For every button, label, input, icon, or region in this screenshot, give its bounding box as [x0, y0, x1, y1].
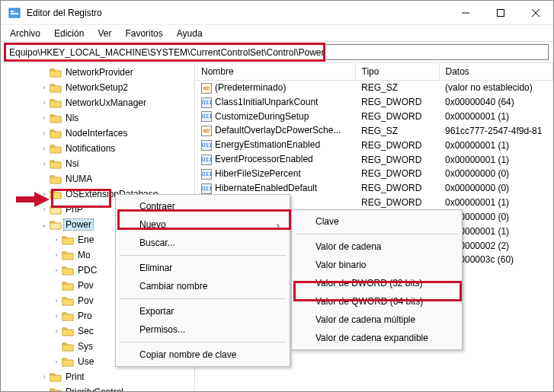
- tree-node[interactable]: ›NetworkUxManager: [1, 95, 194, 110]
- tree-label: PDC: [76, 265, 98, 276]
- expand-icon[interactable]: ›: [39, 206, 50, 213]
- app-icon: [8, 7, 21, 19]
- sub-binario[interactable]: Valor binario: [294, 256, 460, 274]
- menu-ver[interactable]: Ver: [91, 27, 117, 40]
- expand-icon[interactable]: ›: [51, 312, 62, 320]
- tree-label: NetworkProvider: [64, 67, 135, 78]
- value-row[interactable]: 011CustomizeDuringSetupREG_DWORD0x000000…: [195, 110, 553, 124]
- sub-multiple[interactable]: Valor de cadena múltiple: [294, 311, 460, 329]
- tree-label: Notifications: [64, 143, 117, 154]
- value-name: EventProcessorEnabled: [215, 154, 313, 164]
- tree-node[interactable]: ›NodeInterfaces: [1, 126, 194, 141]
- ctx-permisos[interactable]: Permisos...: [118, 320, 287, 339]
- string-value-icon: ab: [201, 83, 212, 94]
- expand-icon[interactable]: ›: [39, 373, 50, 381]
- tree-node[interactable]: ›Nls: [1, 110, 194, 126]
- tree-node[interactable]: PriorityControl: [1, 384, 194, 391]
- value-row[interactable]: 011HiberFileSizePercentREG_DWORD0x000000…: [195, 167, 553, 181]
- value-data: 0x00000040 (64): [439, 95, 553, 110]
- menu-ayuda[interactable]: Ayuda: [171, 27, 209, 40]
- sub-clave[interactable]: Clave: [294, 212, 460, 231]
- tree-node[interactable]: NUMA: [1, 171, 194, 186]
- tree-label: NodeInterfaces: [64, 128, 129, 139]
- value-type: REG_DWORD: [355, 138, 439, 152]
- expand-icon[interactable]: ›: [39, 190, 50, 198]
- tree-label: NUMA: [64, 174, 94, 184]
- ctx-eliminar[interactable]: Eliminar: [118, 259, 287, 277]
- sub-expand[interactable]: Valor de cadena expandible: [294, 329, 460, 347]
- ctx-sep: [120, 342, 286, 343]
- value-name: DefaultOverlayDcPowerSche...: [215, 125, 341, 135]
- tree-node[interactable]: ›Nsi: [1, 156, 194, 171]
- maximize-button[interactable]: [483, 1, 518, 25]
- ctx-contraer[interactable]: Contraer: [118, 197, 287, 215]
- value-row[interactable]: 011HibernateEnabledDefaultREG_DWORD0x000…: [195, 181, 553, 196]
- ctx-sep: [120, 255, 286, 256]
- ctx-copiar[interactable]: Copiar nombre de clave: [118, 346, 287, 364]
- value-type: REG_DWORD: [355, 110, 439, 124]
- sub-cadena[interactable]: Valor de cadena: [294, 237, 460, 256]
- menu-edicion[interactable]: Edición: [48, 27, 90, 40]
- value-row[interactable]: 011EventProcessorEnabledREG_DWORD0x00000…: [195, 152, 553, 167]
- tree-node[interactable]: ›NetworkSetup2: [1, 80, 194, 95]
- sub-dword[interactable]: Valor de DWORD (32 bits): [294, 274, 460, 292]
- value-row[interactable]: 011Class1InitialUnparkCountREG_DWORD0x00…: [195, 95, 553, 110]
- tree-label: NetworkSetup2: [64, 82, 130, 93]
- col-type[interactable]: Tipo: [355, 63, 439, 81]
- tree-label: Nls: [64, 113, 80, 123]
- expand-icon[interactable]: ›: [39, 145, 50, 152]
- binary-value-icon: 011: [201, 183, 212, 194]
- tree-label: Sec: [76, 326, 95, 336]
- tree-label: Power: [64, 219, 93, 230]
- expand-icon[interactable]: ›: [39, 114, 50, 122]
- sub-qword[interactable]: Valor de QWORD (64 bits): [294, 292, 460, 311]
- expand-icon[interactable]: ›: [39, 99, 50, 107]
- expand-icon[interactable]: ›: [39, 160, 50, 167]
- value-type: REG_DWORD: [355, 167, 439, 181]
- value-data: 0x00000001 (1): [439, 152, 553, 167]
- ctx-nuevo[interactable]: Nuevo: [118, 215, 287, 234]
- ctx-sep: [296, 234, 458, 234]
- value-data: 0x00000000 (0): [439, 181, 553, 196]
- value-row[interactable]: ab(Predeterminado)REG_SZ(valor no establ…: [195, 81, 553, 95]
- value-name: HiberFileSizePercent: [215, 168, 301, 179]
- menu-archivo[interactable]: Archivo: [4, 27, 46, 40]
- col-name[interactable]: Nombre: [195, 63, 355, 81]
- address-bar-wrap: [1, 42, 553, 63]
- value-name: EnergyEstimationEnabled: [215, 139, 320, 150]
- ctx-cambiar[interactable]: Cambiar nombre: [118, 277, 287, 295]
- tree-node[interactable]: ›Notifications: [1, 141, 194, 156]
- expand-icon[interactable]: ›: [39, 84, 50, 91]
- expand-icon[interactable]: ›: [51, 251, 62, 259]
- value-row[interactable]: 011EnergyEstimationEnabledREG_DWORD0x000…: [195, 138, 553, 152]
- address-input[interactable]: [5, 44, 549, 60]
- expand-icon[interactable]: ›: [51, 358, 62, 365]
- tree-node[interactable]: NetworkProvider: [1, 65, 194, 80]
- tree-label: NetworkUxManager: [64, 97, 148, 108]
- close-button[interactable]: [518, 1, 553, 25]
- expand-icon[interactable]: ›: [51, 236, 62, 244]
- expand-icon[interactable]: ›: [51, 266, 62, 274]
- ctx-exportar[interactable]: Exportar: [118, 302, 287, 320]
- binary-value-icon: 011: [201, 97, 212, 108]
- tree-label: Sys: [76, 341, 94, 352]
- svg-rect-2: [11, 13, 18, 14]
- ctx-buscar[interactable]: Buscar...: [118, 234, 287, 252]
- expand-icon[interactable]: ›: [51, 327, 62, 335]
- value-data: 0x00000000 (0): [439, 167, 553, 181]
- value-type: REG_DWORD: [355, 181, 439, 196]
- expand-icon[interactable]: ⌄: [39, 221, 50, 228]
- svg-rect-1: [11, 11, 14, 12]
- value-name: CustomizeDuringSetup: [215, 111, 309, 122]
- tree-node[interactable]: ›Print: [1, 369, 194, 384]
- expand-icon[interactable]: ›: [39, 129, 50, 137]
- minimize-button[interactable]: [448, 1, 483, 25]
- value-row[interactable]: abDefaultOverlayDcPowerSche...REG_SZ961c…: [195, 123, 553, 138]
- value-data: 961cc777-2547-4f9d-81: [439, 123, 553, 138]
- menu-favoritos[interactable]: Favoritos: [119, 27, 168, 40]
- tree-label: Pro: [76, 311, 94, 321]
- col-data[interactable]: Datos: [439, 63, 553, 81]
- expand-icon[interactable]: ›: [51, 297, 62, 304]
- tree-label: Use: [76, 356, 95, 367]
- binary-value-icon: 011: [201, 155, 212, 165]
